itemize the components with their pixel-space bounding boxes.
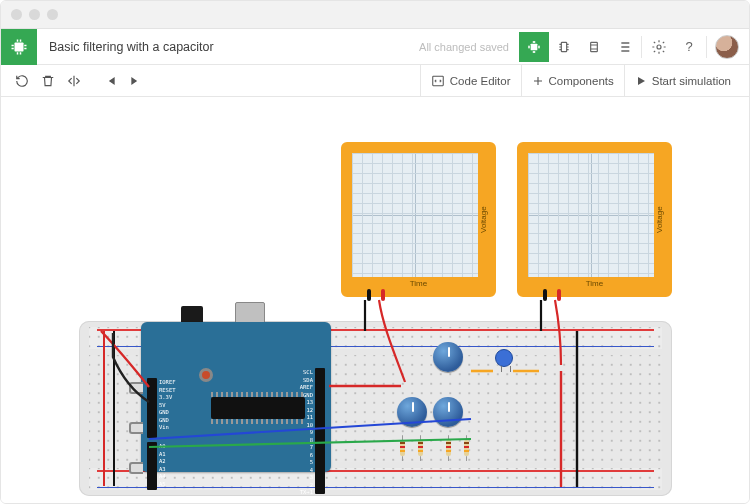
svg-point-4 xyxy=(657,45,661,49)
trash-icon xyxy=(41,74,55,88)
svg-rect-3 xyxy=(591,42,598,51)
divider xyxy=(706,36,707,58)
traffic-light-minimize[interactable] xyxy=(29,9,40,20)
components-label: Components xyxy=(549,75,614,87)
app-logo-badge[interactable] xyxy=(1,29,37,65)
traffic-light-zoom[interactable] xyxy=(47,9,58,20)
code-icon xyxy=(431,74,445,88)
wire-red[interactable] xyxy=(555,300,561,365)
start-simulation-label: Start simulation xyxy=(652,75,731,87)
skip-forward-icon xyxy=(129,74,143,88)
design-canvas[interactable]: IOREFRESET3.3V5VGNDGNDVin A0A1A2A3A4A5 S… xyxy=(1,97,749,503)
gear-icon xyxy=(651,39,667,55)
divider xyxy=(641,36,642,58)
skip-back-icon xyxy=(103,74,117,88)
delete-button[interactable] xyxy=(35,68,61,94)
wire-blue[interactable] xyxy=(149,419,471,439)
ic-icon xyxy=(556,39,572,55)
top-toolbar: Basic filtering with a capacitor All cha… xyxy=(1,29,749,65)
user-avatar[interactable] xyxy=(715,35,739,59)
help-button[interactable]: ? xyxy=(674,32,704,62)
components-button[interactable]: Components xyxy=(521,65,624,96)
wires-layer xyxy=(1,97,749,503)
plus-icon xyxy=(532,75,544,87)
code-editor-button[interactable]: Code Editor xyxy=(420,65,521,96)
svg-rect-1 xyxy=(531,43,538,50)
macos-titlebar xyxy=(1,1,749,29)
question-icon: ? xyxy=(685,39,692,54)
wire-green[interactable] xyxy=(149,439,471,447)
wire-black[interactable] xyxy=(113,333,149,402)
ic-outline-icon xyxy=(586,39,602,55)
save-status: All changed saved xyxy=(419,41,519,53)
svg-rect-0 xyxy=(15,42,24,51)
project-title[interactable]: Basic filtering with a capacitor xyxy=(37,40,226,54)
view-ic-button[interactable] xyxy=(549,32,579,62)
traffic-light-close[interactable] xyxy=(11,9,22,20)
secondary-toolbar: Code Editor Components Start simulation xyxy=(1,65,749,97)
mirror-icon xyxy=(67,74,81,88)
play-icon xyxy=(635,75,647,87)
code-editor-label: Code Editor xyxy=(450,75,511,87)
skip-back-button[interactable] xyxy=(97,68,123,94)
view-schematic-button[interactable] xyxy=(519,32,549,62)
wire-red[interactable] xyxy=(379,300,405,382)
settings-button[interactable] xyxy=(644,32,674,62)
view-list-button[interactable] xyxy=(609,32,639,62)
undo-icon xyxy=(15,74,29,88)
mirror-button[interactable] xyxy=(61,68,87,94)
svg-rect-5 xyxy=(433,76,444,85)
chip-icon xyxy=(526,39,542,55)
chip-icon xyxy=(10,38,28,56)
list-icon xyxy=(616,39,632,55)
skip-forward-button[interactable] xyxy=(123,68,149,94)
view-ic-outline-button[interactable] xyxy=(579,32,609,62)
svg-rect-2 xyxy=(561,42,566,51)
undo-button[interactable] xyxy=(9,68,35,94)
app-window: Basic filtering with a capacitor All cha… xyxy=(0,0,750,504)
start-simulation-button[interactable]: Start simulation xyxy=(624,65,741,96)
